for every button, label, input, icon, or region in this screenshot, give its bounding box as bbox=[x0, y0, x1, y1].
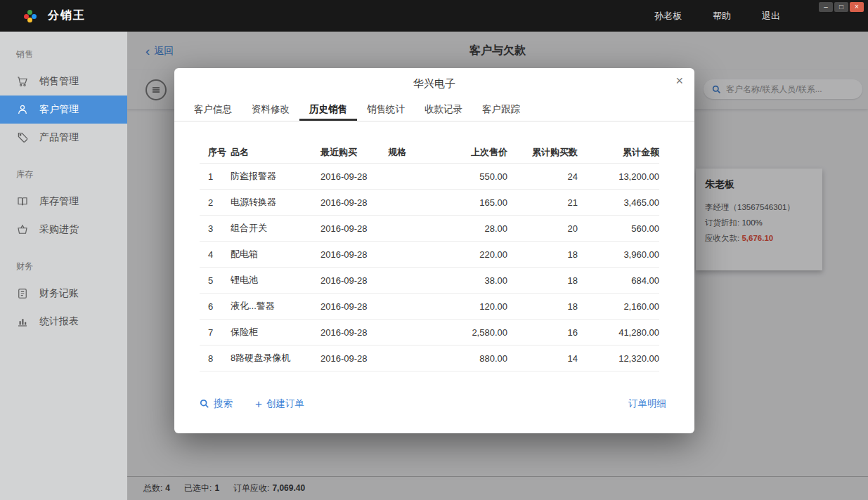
table-row[interactable]: 5 锂电池 2016-09-28 38.00 18 684.00 bbox=[200, 268, 659, 294]
maximize-button[interactable]: □ bbox=[834, 2, 848, 12]
col-header-total-qty: 累计购买数 bbox=[507, 146, 578, 159]
create-order-button[interactable]: + 创建订单 bbox=[255, 397, 304, 410]
sidebar-item-finance-accounting[interactable]: 财务记账 bbox=[0, 279, 127, 308]
sidebar-item-product-management[interactable]: 产品管理 bbox=[0, 124, 127, 152]
sidebar-section-finance: 财务 bbox=[0, 244, 127, 279]
sidebar-item-inventory-management[interactable]: 库存管理 bbox=[0, 188, 127, 216]
table-row[interactable]: 4 配电箱 2016-09-28 220.00 18 3,960.00 bbox=[200, 242, 659, 268]
titlebar: 分销王 孙老板 帮助 退出 – □ × bbox=[0, 0, 868, 32]
col-header-index: 序号 bbox=[200, 146, 231, 159]
user-menu[interactable]: 孙老板 bbox=[654, 10, 682, 22]
sidebar: 销售 销售管理 客户管理 产品管理 库存 库存管理 采购进货 财务 财务记账 统… bbox=[0, 32, 127, 500]
order-detail-link[interactable]: 订单明细 bbox=[628, 397, 666, 410]
table-header-row: 序号 品名 最近购买 规格 上次售价 累计购买数 累计金额 bbox=[200, 141, 659, 164]
help-link[interactable]: 帮助 bbox=[713, 10, 731, 22]
table-row[interactable]: 6 液化...警器 2016-09-28 120.00 18 2,160.00 bbox=[200, 294, 659, 320]
table-row[interactable]: 8 8路硬盘录像机 2016-09-28 880.00 14 12,320.00 bbox=[200, 346, 659, 371]
sidebar-item-sales-management[interactable]: 销售管理 bbox=[0, 67, 127, 96]
minimize-button[interactable]: – bbox=[819, 2, 833, 12]
sidebar-item-purchasing[interactable]: 采购进货 bbox=[0, 216, 127, 244]
basket-icon bbox=[16, 223, 29, 236]
sidebar-item-label: 客户管理 bbox=[39, 103, 79, 116]
tag-icon bbox=[16, 131, 29, 144]
sidebar-item-label: 统计报表 bbox=[39, 315, 79, 328]
sidebar-item-customer-management[interactable]: 客户管理 bbox=[0, 96, 127, 124]
ledger-icon bbox=[16, 287, 29, 300]
window-controls: – □ × bbox=[819, 2, 864, 12]
tab-edit-info[interactable]: 资料修改 bbox=[242, 99, 299, 121]
modal-footer: 搜索 + 创建订单 订单明细 bbox=[200, 395, 666, 412]
user-icon bbox=[16, 103, 29, 116]
sidebar-item-label: 采购进货 bbox=[39, 223, 79, 236]
search-products-button[interactable]: 搜索 bbox=[200, 397, 233, 410]
col-header-total-amount: 累计金额 bbox=[578, 146, 659, 159]
cart-icon bbox=[16, 75, 29, 88]
modal-header: 华兴电子 × bbox=[174, 68, 694, 99]
sidebar-item-label: 产品管理 bbox=[39, 131, 79, 144]
app-name: 分销王 bbox=[48, 8, 86, 23]
sidebar-item-statistics-reports[interactable]: 统计报表 bbox=[0, 308, 127, 336]
bar-chart-icon bbox=[16, 315, 29, 328]
titlebar-links: 孙老板 帮助 退出 bbox=[654, 10, 780, 22]
plus-icon: + bbox=[255, 398, 262, 410]
tab-customer-tracking[interactable]: 客户跟踪 bbox=[472, 99, 530, 121]
close-window-button[interactable]: × bbox=[850, 2, 864, 12]
modal-title: 华兴电子 bbox=[413, 77, 455, 91]
logout-link[interactable]: 退出 bbox=[762, 10, 780, 22]
customer-detail-modal: 华兴电子 × 客户信息 资料修改 历史销售 销售统计 收款记录 客户跟踪 序号 … bbox=[174, 68, 694, 433]
table-row[interactable]: 3 组合开关 2016-09-28 28.00 20 560.00 bbox=[200, 216, 659, 242]
sidebar-section-inventory: 库存 bbox=[0, 152, 127, 188]
col-header-product: 品名 bbox=[231, 146, 320, 159]
sidebar-item-label: 销售管理 bbox=[39, 75, 79, 88]
sidebar-item-label: 库存管理 bbox=[39, 195, 79, 208]
col-header-spec: 规格 bbox=[388, 146, 429, 159]
tab-sales-stats[interactable]: 销售统计 bbox=[357, 99, 415, 121]
sidebar-item-label: 财务记账 bbox=[39, 287, 79, 300]
table-row[interactable]: 2 电源转换器 2016-09-28 165.00 21 3,465.00 bbox=[200, 190, 659, 216]
sales-history-table: 序号 品名 最近购买 规格 上次售价 累计购买数 累计金额 1 防盗报警器 20… bbox=[174, 141, 694, 371]
col-header-last-purchase: 最近购买 bbox=[320, 146, 388, 159]
col-header-last-price: 上次售价 bbox=[429, 146, 507, 159]
close-icon[interactable]: × bbox=[675, 74, 683, 87]
tab-customer-info[interactable]: 客户信息 bbox=[184, 99, 242, 121]
modal-tabs: 客户信息 资料修改 历史销售 销售统计 收款记录 客户跟踪 bbox=[174, 99, 694, 121]
search-icon bbox=[200, 399, 209, 409]
tab-payment-records[interactable]: 收款记录 bbox=[415, 99, 472, 121]
tab-sales-history[interactable]: 历史销售 bbox=[299, 99, 357, 121]
book-icon bbox=[16, 195, 29, 208]
app-logo-icon bbox=[24, 10, 37, 22]
table-row[interactable]: 1 防盗报警器 2016-09-28 550.00 24 13,200.00 bbox=[200, 164, 659, 190]
table-row[interactable]: 7 保险柜 2016-09-28 2,580.00 16 41,280.00 bbox=[200, 320, 659, 346]
sidebar-section-sales: 销售 bbox=[0, 32, 127, 67]
